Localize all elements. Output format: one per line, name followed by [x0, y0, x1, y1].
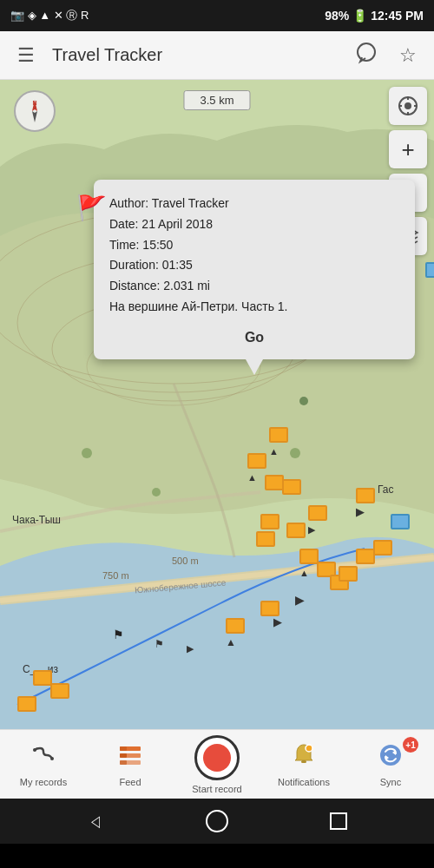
popup-duration: Duration: 01:35: [109, 255, 399, 276]
marker-25[interactable]: ⚑: [113, 627, 124, 642]
popup-author: Author: Travel Tracker: [109, 194, 399, 214]
battery-icon: 🔋: [352, 9, 367, 23]
popup-tail: [246, 359, 263, 375]
elev-500: 500 m: [172, 556, 199, 566]
svg-point-6: [82, 448, 92, 458]
svg-rect-27: [301, 760, 306, 763]
svg-text:N: N: [32, 100, 36, 106]
marker-16[interactable]: ▶: [295, 592, 305, 608]
sync-badge: +1: [403, 737, 418, 753]
marker-19[interactable]: ▶: [273, 614, 282, 629]
feed-icon: [116, 741, 144, 773]
notifications-label: Notifications: [278, 777, 330, 787]
marker-27[interactable]: [50, 683, 69, 699]
system-nav-bar: ◁: [0, 799, 434, 844]
map-view[interactable]: 3.5 km N 🚩 Author: Travel Tracker Date: …: [0, 80, 434, 729]
feed-label: Feed: [119, 777, 141, 787]
popup-time: Time: 15:50: [109, 235, 399, 256]
marker-23[interactable]: [356, 549, 375, 564]
marker-28[interactable]: [17, 696, 36, 712]
status-icons: 📷 ◈ ▲ ✕ Ⓡ R: [10, 8, 89, 23]
marker-11[interactable]: ▶: [356, 488, 375, 519]
elev-750: 750 m: [102, 570, 129, 581]
start-record-icon: [194, 735, 240, 780]
svg-point-29: [380, 745, 401, 766]
star-icon: ☆: [399, 44, 417, 67]
popup-flag-icon: 🚩: [76, 194, 107, 222]
marker-5[interactable]: ▲: [269, 427, 288, 458]
compass: N: [12, 89, 57, 134]
svg-point-28: [306, 745, 312, 752]
recents-icon: [330, 812, 347, 830]
popup-content: Author: Travel Tracker Date: 21 April 20…: [109, 194, 399, 318]
marker-12[interactable]: [391, 514, 410, 529]
app-title: Travel Tracker: [52, 45, 340, 65]
home-icon: [206, 810, 228, 832]
menu-button[interactable]: ☰: [10, 40, 42, 71]
sync-icon: [377, 741, 404, 773]
sync-label: Sync: [380, 777, 401, 787]
svg-point-0: [358, 43, 375, 61]
my-records-icon: [30, 741, 57, 773]
marker-24[interactable]: [339, 566, 358, 582]
marker-8[interactable]: [286, 523, 306, 538]
back-icon: ◁: [91, 812, 100, 831]
marker-3[interactable]: ▲: [247, 453, 266, 484]
place-chaka: Чака-Тыш: [12, 514, 61, 526]
go-button[interactable]: Go: [109, 326, 399, 349]
popup-date: Date: 21 April 2018: [109, 214, 399, 235]
recents-button[interactable]: [321, 804, 356, 838]
map-svg: [0, 80, 434, 729]
svg-point-8: [290, 448, 300, 458]
my-records-label: My records: [20, 777, 67, 787]
favorite-button[interactable]: ☆: [392, 40, 424, 71]
map-location-button[interactable]: [389, 87, 427, 125]
marker-6[interactable]: [282, 479, 301, 495]
svg-point-19: [33, 748, 36, 752]
menu-icon: ☰: [17, 44, 35, 67]
popup-distance: Distance: 2.031 mi: [109, 276, 399, 297]
marker-13[interactable]: ▲: [299, 549, 319, 580]
status-bar: 📷 ◈ ▲ ✕ Ⓡ R 98% 🔋 12:45 PM: [0, 0, 434, 31]
svg-marker-11: [32, 111, 37, 122]
back-button[interactable]: ◁: [78, 804, 113, 838]
nav-feed[interactable]: Feed: [87, 730, 174, 799]
bottom-nav: My records Feed Start record: [0, 729, 434, 799]
marker-2[interactable]: [425, 262, 434, 278]
marker-22[interactable]: [373, 540, 392, 556]
marker-9[interactable]: [256, 531, 275, 547]
nav-sync[interactable]: +1 Sync: [347, 730, 434, 799]
marker-21[interactable]: ▶: [187, 640, 194, 655]
svg-rect-22: [120, 746, 127, 751]
svg-point-14: [404, 102, 411, 109]
marker-10[interactable]: ▶: [308, 505, 327, 536]
app-bar: ☰ Travel Tracker ☆: [0, 31, 434, 80]
notifications-icon: [290, 741, 318, 773]
marker-18[interactable]: ▲: [226, 618, 245, 649]
svg-point-7: [152, 488, 161, 496]
home-button[interactable]: [200, 804, 234, 838]
nav-notifications[interactable]: Notifications: [260, 730, 347, 799]
battery-level: 98%: [325, 9, 349, 23]
marker-4[interactable]: [265, 475, 284, 490]
popup-title: На вершине Ай-Петри. Часть 1.: [109, 297, 399, 318]
svg-point-9: [299, 397, 308, 405]
comment-button[interactable]: [351, 40, 382, 71]
svg-rect-26: [120, 760, 127, 765]
time-display: 12:45 PM: [371, 9, 424, 23]
status-right-info: 98% 🔋 12:45 PM: [325, 9, 424, 23]
nav-my-records[interactable]: My records: [0, 730, 87, 799]
status-left-icons: 📷 ◈ ▲ ✕ Ⓡ R: [10, 8, 89, 23]
marker-7[interactable]: [260, 514, 279, 529]
place-gas: Гас: [378, 483, 394, 496]
marker-20[interactable]: ⚑: [155, 635, 164, 651]
marker-26[interactable]: [33, 670, 52, 686]
nav-start-record[interactable]: Start record: [174, 730, 260, 799]
distance-label: 3.5 km: [183, 90, 250, 110]
svg-point-20: [50, 757, 54, 760]
zoom-in-button[interactable]: +: [389, 130, 427, 168]
comment-icon: [355, 42, 378, 69]
start-record-label: Start record: [192, 784, 241, 794]
zoom-in-icon: +: [401, 138, 414, 161]
location-popup[interactable]: 🚩 Author: Travel Tracker Date: 21 April …: [94, 180, 415, 359]
